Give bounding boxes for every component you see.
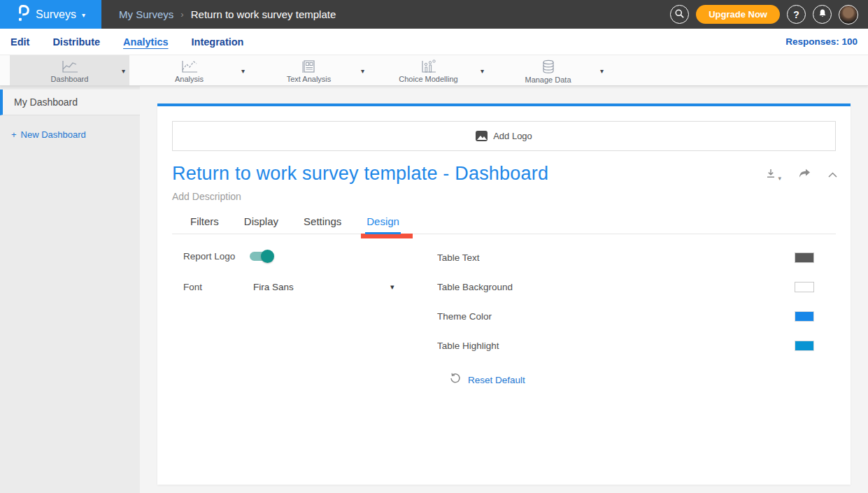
dashboard-caret-icon[interactable]: ▾ [122, 67, 125, 75]
questionpro-logo-icon [16, 4, 30, 25]
chevron-up-icon [827, 169, 838, 181]
add-logo-button[interactable]: Add Logo [172, 121, 836, 151]
upgrade-now-button[interactable]: Upgrade Now [696, 5, 780, 24]
download-caret-icon: ▾ [778, 175, 781, 182]
tab-settings[interactable]: Settings [304, 215, 341, 227]
breadcrumb-current-survey: Return to work survey template [191, 8, 336, 20]
table-background-swatch[interactable] [795, 282, 814, 292]
font-caret-icon[interactable]: ▾ [390, 283, 394, 292]
manage-data-caret-icon[interactable]: ▾ [600, 67, 604, 75]
design-settings-panel: Report Logo Font Fira Sans ▾ Table Text [172, 234, 836, 416]
theme-color-swatch[interactable] [795, 311, 814, 322]
dashboard-card: Add Logo ▾ [157, 103, 851, 485]
tab-design[interactable]: Design [367, 215, 399, 227]
tab-filters[interactable]: Filters [190, 215, 219, 227]
add-description-placeholder[interactable]: Add Description [172, 191, 836, 202]
report-logo-row: Report Logo [183, 251, 273, 262]
image-icon [476, 131, 488, 141]
question-mark-icon: ? [793, 9, 799, 20]
theme-color-label: Theme Color [437, 311, 492, 322]
reset-default-button[interactable]: Reset Default [450, 373, 525, 387]
trend-chart-icon [180, 59, 199, 73]
theme-color-row: Theme Color [437, 311, 836, 322]
font-label: Font [183, 282, 253, 292]
product-name: Surveys [36, 8, 76, 21]
document-grid-icon [301, 59, 317, 73]
dashboard-sidebar: My Dashboard + New Dashboard [0, 86, 140, 493]
scatter-chart-icon [420, 59, 437, 73]
reset-icon [450, 373, 461, 387]
table-highlight-row: Table Highlight [437, 341, 836, 351]
responses-count: Responses: 100 [785, 36, 858, 47]
toolbar-label: Choice Modelling [399, 75, 457, 83]
nav-distribute[interactable]: Distribute [52, 36, 100, 48]
annotation-red-highlight [361, 234, 413, 238]
report-logo-label: Report Logo [183, 251, 248, 262]
tab-design-label: Design [367, 215, 399, 227]
dashboard-actions: ▾ [765, 168, 838, 182]
share-button[interactable] [798, 169, 811, 182]
toolbar-analysis[interactable]: Analysis ▾ [129, 55, 249, 85]
toggle-knob [261, 250, 274, 263]
product-caret-icon: ▾ [82, 11, 85, 19]
new-dashboard-label: New Dashboard [21, 129, 86, 140]
sidebar-item-my-dashboard[interactable]: My Dashboard [0, 90, 140, 115]
sidebar-item-label: My Dashboard [14, 97, 78, 108]
toolbar-dashboard[interactable]: Dashboard ▾ [10, 55, 129, 85]
search-icon [674, 8, 685, 21]
toolbar-label: Text Analysis [287, 75, 332, 83]
product-switcher[interactable]: Surveys ▾ [0, 0, 101, 29]
table-highlight-label: Table Highlight [437, 341, 499, 351]
content-area: Add Logo ▾ [140, 86, 868, 493]
new-dashboard-button[interactable]: + New Dashboard [11, 129, 140, 140]
plus-icon: + [11, 129, 17, 140]
table-background-row: Table Background [437, 282, 836, 292]
download-button[interactable]: ▾ [765, 168, 781, 182]
page-body: My Dashboard + New Dashboard Add Logo [0, 86, 868, 493]
active-tab-underline [365, 232, 401, 234]
toolbar-label: Manage Data [525, 76, 571, 84]
search-button[interactable] [670, 5, 689, 24]
bell-icon [818, 8, 827, 20]
toolbar-manage-data[interactable]: Manage Data ▾ [488, 55, 608, 85]
topbar-actions: Upgrade Now ? [670, 0, 868, 29]
survey-nav: Edit Distribute Analytics Integration Re… [0, 29, 868, 55]
report-logo-toggle[interactable] [250, 252, 273, 261]
font-select[interactable]: Fira Sans [253, 282, 294, 292]
toolbar-text-analysis[interactable]: Text Analysis ▾ [249, 55, 369, 85]
dashboard-tabs: Filters Display Settings Design [172, 215, 836, 234]
collapse-button[interactable] [827, 169, 838, 181]
toolbar-label: Dashboard [51, 75, 89, 83]
text-analysis-caret-icon[interactable]: ▾ [361, 67, 364, 75]
line-chart-icon [61, 59, 79, 73]
analysis-caret-icon[interactable]: ▾ [241, 67, 245, 75]
choice-modelling-caret-icon[interactable]: ▾ [481, 67, 484, 75]
table-highlight-swatch[interactable] [795, 341, 814, 351]
table-text-swatch[interactable] [795, 252, 814, 263]
breadcrumb-separator-icon: › [180, 9, 183, 20]
nav-edit[interactable]: Edit [10, 36, 29, 48]
font-row: Font Fira Sans ▾ [183, 282, 407, 292]
app-window: Surveys ▾ My Surveys › Return to work su… [0, 0, 868, 493]
table-background-label: Table Background [437, 282, 513, 292]
topbar: Surveys ▾ My Surveys › Return to work su… [0, 0, 868, 29]
add-logo-label: Add Logo [493, 131, 532, 141]
table-text-row: Table Text [437, 252, 836, 263]
share-arrow-icon [798, 169, 811, 182]
toolbar-label: Analysis [175, 75, 204, 83]
database-icon [541, 59, 556, 74]
reset-default-label: Reset Default [468, 375, 525, 385]
dashboard-title: Return to work survey template - Dashboa… [172, 163, 836, 185]
nav-integration[interactable]: Integration [192, 36, 244, 48]
download-icon [765, 168, 776, 182]
breadcrumb-my-surveys[interactable]: My Surveys [119, 8, 173, 20]
table-text-label: Table Text [437, 252, 480, 263]
breadcrumb: My Surveys › Return to work survey templ… [101, 0, 670, 29]
user-avatar[interactable] [839, 5, 858, 24]
tab-display[interactable]: Display [244, 215, 278, 227]
notifications-button[interactable] [813, 5, 832, 24]
toolbar-choice-modelling[interactable]: Choice Modelling ▾ [369, 55, 488, 85]
help-button[interactable]: ? [787, 5, 806, 24]
analytics-toolbar: Dashboard ▾ Analysis ▾ Text Analysis ▾ C… [0, 55, 868, 86]
nav-analytics[interactable]: Analytics [123, 36, 168, 48]
